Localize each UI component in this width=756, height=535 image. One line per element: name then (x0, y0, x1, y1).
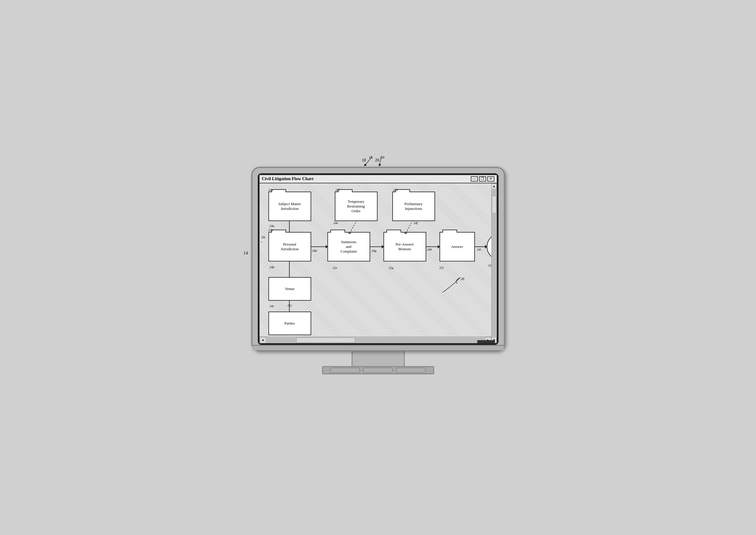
node-continue[interactable]: Continue (487, 234, 491, 260)
stand-foot-left (330, 368, 360, 373)
svg-marker-5 (348, 231, 351, 234)
label-24b: 24b (270, 265, 275, 269)
horizontal-scrollbar: ◄ ► (259, 337, 491, 343)
label-24i: 24i (477, 248, 481, 251)
flow-diagram-area: 16 ← Subject Matter Jurisdiction 22a (259, 183, 491, 337)
connector-24a (289, 221, 290, 232)
node-pre-answer[interactable]: Pre-Answer Motions (383, 232, 426, 262)
scroll-thumb-h[interactable] (296, 338, 355, 343)
scroll-track-v (492, 190, 497, 337)
svg-line-4 (349, 220, 357, 233)
monitor-stand-neck (351, 352, 405, 366)
minimize-button[interactable]: — (471, 176, 478, 182)
svg-text:20: 20 (380, 155, 384, 159)
label-24h: 24h (427, 248, 432, 251)
svg-text:24f: 24f (413, 221, 418, 225)
label-24c: 24c (270, 304, 274, 308)
close-button[interactable]: ✕ (487, 176, 494, 182)
scroll-left-button[interactable]: ◄ (259, 337, 266, 343)
arrow-dashed-24f: 24f (389, 219, 419, 237)
svg-text:18: 18 (369, 155, 373, 159)
connector-24b (289, 262, 290, 277)
arrow-24d (311, 246, 327, 247)
label-24g: 24g (372, 249, 377, 252)
arrow-26: 26 (434, 275, 469, 298)
monitor-indicator-bar (477, 340, 495, 344)
svg-marker-8 (404, 231, 408, 234)
title-buttons: — ❐ ✕ (471, 176, 494, 182)
label-22f: 22f (336, 188, 340, 192)
main-content: 16 ← Subject Matter Jurisdiction 22a (259, 183, 491, 343)
arrow-24i (475, 246, 487, 247)
label-22b: 22b (268, 228, 273, 232)
node-tro[interactable]: Temporary Restraining Order (335, 192, 378, 221)
label-22j: 22j (488, 264, 491, 267)
label-24d: 24d (312, 249, 317, 252)
label-24a: 24a (270, 224, 275, 228)
restore-button[interactable]: ❐ (479, 176, 486, 182)
scroll-track-h (267, 338, 484, 343)
svg-line-7 (406, 220, 413, 233)
label-22i: 22i (439, 266, 444, 269)
svg-text:24e: 24e (333, 221, 338, 225)
node-preliminary-inj[interactable]: Preliminary Injunctions (392, 192, 435, 221)
arrow-dashed-24e: 24e (333, 219, 363, 237)
application-window: Civil Litigation Flow Chart — ❐ ✕ 16 (259, 175, 497, 344)
arrow-24g (370, 246, 383, 247)
label-22h: 22h (393, 188, 398, 192)
label-22a: 22a (268, 188, 273, 192)
node-parties[interactable]: Parties (268, 312, 311, 335)
node-subject-matter[interactable]: Subject Matter Jurisdiction (268, 192, 311, 221)
label-22e: 22e (333, 266, 337, 269)
node-personal-juris[interactable]: Personal Jurisdiction (268, 232, 311, 262)
vertical-scrollbar: ▲ ▼ (491, 183, 497, 343)
label-14: 14 (244, 251, 248, 256)
window-title: Civil Litigation Flow Chart (262, 176, 314, 181)
connector-24c (289, 301, 290, 312)
monitor-bottom-strip (253, 345, 504, 350)
node-summons[interactable]: Summons and Complaint (327, 232, 370, 262)
monitor: 14 Civil Litigation Flow Chart — ❐ ✕ (251, 167, 505, 352)
content-area: 16 ← Subject Matter Jurisdiction 22a (259, 183, 497, 343)
label-22c: 22c (287, 304, 292, 307)
scroll-thumb-v[interactable] (492, 196, 497, 213)
scroll-up-button[interactable]: ▲ (491, 183, 497, 189)
label-16: 16 (261, 235, 265, 239)
arrow-24h (426, 246, 439, 247)
title-bar: Civil Litigation Flow Chart — ❐ ✕ (259, 175, 497, 183)
screen-bezel: Civil Litigation Flow Chart — ❐ ✕ 16 (258, 173, 499, 345)
stand-foot-center (363, 368, 393, 373)
monitor-stand-base (322, 366, 434, 374)
svg-text:26: 26 (461, 277, 464, 281)
node-venue[interactable]: Venue (268, 277, 311, 301)
stand-foot-right (396, 368, 426, 373)
label-22g: 22g (389, 266, 394, 269)
node-answer[interactable]: Answer (439, 232, 475, 262)
